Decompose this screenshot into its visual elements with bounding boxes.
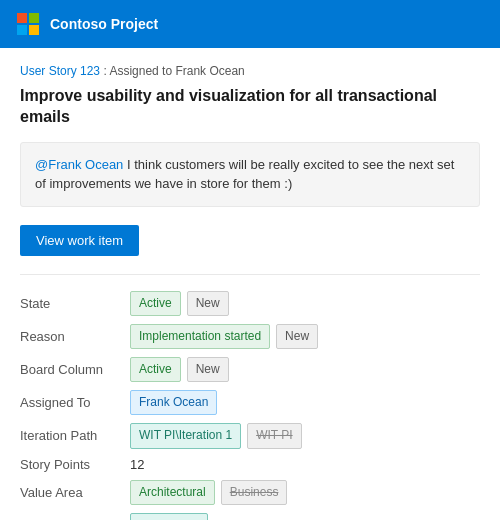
field-tag: Architectural [130,480,215,505]
field-value: Implementation startedNew [130,324,480,349]
field-tag: WIT PI\Iteration 1 [130,423,241,448]
field-value-cell: WIT PI\Iteration 1WIT PI [130,419,480,452]
field-value: 2 - Medium [130,513,480,520]
field-tag: New [276,324,318,349]
field-value-cell: 2 - Medium [130,509,480,520]
breadcrumb-separator: : [100,64,109,78]
field-plain-value: 12 [130,457,144,472]
field-value: 12 [130,457,480,472]
field-label: Assigned To [20,386,130,419]
field-value: ActiveNew [130,357,480,382]
table-row: Iteration PathWIT PI\Iteration 1WIT PI [20,419,480,452]
field-value-cell: Frank Ocean [130,386,480,419]
field-label: Story Points [20,453,130,476]
field-value-cell: ActiveNew [130,287,480,320]
field-label: Risk [20,509,130,520]
field-label: Iteration Path [20,419,130,452]
field-label: Value Area [20,476,130,509]
field-tag: Active [130,291,181,316]
view-work-item-button[interactable]: View work item [20,225,139,256]
field-tag: New [187,357,229,382]
table-row: Risk2 - Medium [20,509,480,520]
svg-rect-1 [29,13,39,23]
field-value-cell: Implementation startedNew [130,320,480,353]
svg-rect-2 [17,25,27,35]
table-row: Value AreaArchitecturalBusiness [20,476,480,509]
svg-rect-3 [29,25,39,35]
main-content: User Story 123 : Assigned to Frank Ocean… [0,48,500,520]
app-header: Contoso Project [0,0,500,48]
field-value: Frank Ocean [130,390,480,415]
field-tag: Frank Ocean [130,390,217,415]
field-value-cell: ArchitecturalBusiness [130,476,480,509]
field-tag: WIT PI [247,423,301,448]
breadcrumb-link[interactable]: User Story 123 [20,64,100,78]
field-label: Board Column [20,353,130,386]
field-tag: Active [130,357,181,382]
field-tag: Implementation started [130,324,270,349]
table-row: Board ColumnActiveNew [20,353,480,386]
field-value: ArchitecturalBusiness [130,480,480,505]
breadcrumb-suffix: Assigned to Frank Ocean [109,64,244,78]
table-row: ReasonImplementation startedNew [20,320,480,353]
work-item-title: Improve usability and visualization for … [20,86,480,128]
table-row: Assigned ToFrank Ocean [20,386,480,419]
field-value: ActiveNew [130,291,480,316]
breadcrumb: User Story 123 : Assigned to Frank Ocean [20,64,480,78]
comment-box: @Frank Ocean I think customers will be r… [20,142,480,207]
field-value-cell: 12 [130,453,480,476]
app-title: Contoso Project [50,16,158,32]
field-label: State [20,287,130,320]
field-tag: Business [221,480,288,505]
section-divider [20,274,480,275]
table-row: Story Points12 [20,453,480,476]
fields-table: StateActiveNewReasonImplementation start… [20,287,480,520]
field-tag: 2 - Medium [130,513,208,520]
field-value: WIT PI\Iteration 1WIT PI [130,423,480,448]
field-value-cell: ActiveNew [130,353,480,386]
field-tag: New [187,291,229,316]
microsoft-logo-icon [16,12,40,36]
table-row: StateActiveNew [20,287,480,320]
svg-rect-0 [17,13,27,23]
field-label: Reason [20,320,130,353]
mention-link[interactable]: @Frank Ocean [35,157,123,172]
